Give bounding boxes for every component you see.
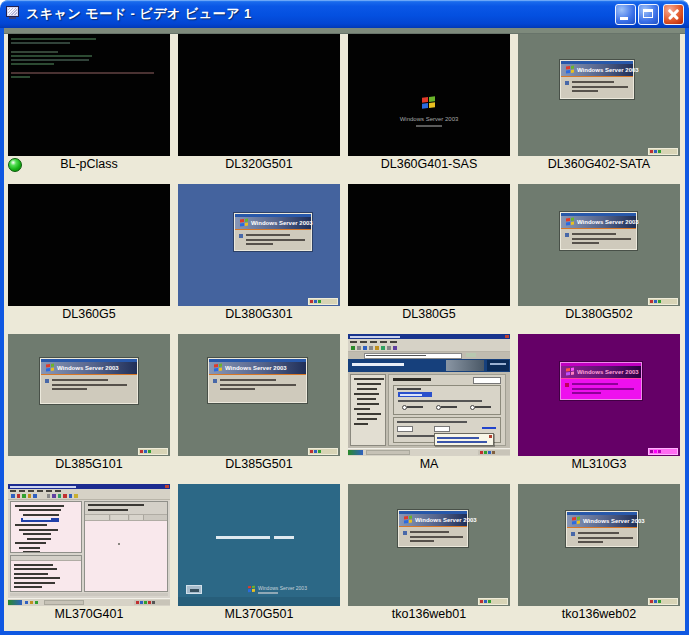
- thumbnail-cell: Windows Server 2003ML310G3: [518, 334, 680, 474]
- taskbar-tray: [138, 448, 168, 455]
- taskbar-tray: [478, 450, 510, 455]
- tooltip-popup: [434, 433, 494, 446]
- dialog-text-bar: [246, 234, 290, 236]
- thumbnail-tko136web02[interactable]: Windows Server 2003: [518, 484, 680, 606]
- tray-icon: [654, 150, 657, 153]
- flag-pane: [422, 103, 428, 109]
- thumbnail-ML370G401[interactable]: [8, 484, 170, 606]
- toolbar-icon: [22, 494, 26, 498]
- quick-launch-icon: [25, 601, 28, 604]
- list-item-bar: [14, 577, 60, 579]
- thumbnail-DL320G501[interactable]: [178, 34, 340, 156]
- taskbar-tray: [648, 598, 678, 605]
- dialog-text-bar: [52, 388, 87, 390]
- form-input-text-bar: [400, 394, 422, 396]
- minimize-button[interactable]: [615, 4, 636, 25]
- taskbar-tray: [308, 298, 338, 305]
- video-viewer-window: スキャン モード - ビデオ ビューア 1 BL-pClassDL320G501…: [0, 0, 689, 635]
- dialog-os-text: Windows Server 2003: [577, 369, 639, 376]
- thumbnail-tko136web01[interactable]: Windows Server 2003: [348, 484, 510, 606]
- thumbnail-label: DL380G5: [348, 306, 510, 324]
- thumbnail-DL360G5[interactable]: [8, 184, 170, 306]
- thumbnail-DL385G501[interactable]: Windows Server 2003: [178, 334, 340, 456]
- list-item-bar: [14, 582, 55, 584]
- dialog-text-bar: [572, 90, 598, 92]
- page-header-right-text: [490, 363, 506, 365]
- thumbnail-BL-pClass[interactable]: [8, 34, 170, 156]
- dialog-banner: Windows Server 2003: [209, 362, 306, 375]
- shutdown-message-bar: [216, 536, 270, 539]
- taskbar-tray: [308, 448, 338, 455]
- menu-item-bar: [10, 490, 16, 492]
- thumbnail-MA[interactable]: [348, 334, 510, 456]
- thumbnail-grid: BL-pClassDL320G501Windows Server 2003DL3…: [4, 34, 685, 624]
- boot-os-text: Windows Server 2003: [348, 116, 510, 122]
- thumbnail-label: DL385G501: [178, 456, 340, 474]
- thumbnail-cell: DL380G5: [348, 184, 510, 324]
- thumbnail-ML310G3[interactable]: Windows Server 2003: [518, 334, 680, 456]
- thumbnail-cell: Windows Server 2003DL380G301: [178, 184, 340, 324]
- dialog-message-icon: [565, 383, 569, 387]
- taskbar: [8, 598, 170, 606]
- flag-pane: [404, 520, 408, 523]
- list-item-bar: [14, 586, 42, 588]
- thumbnail-ML370G501[interactable]: Windows Server 2003: [178, 484, 340, 606]
- thumbnail-row: Windows Server 2003DL385G101Windows Serv…: [8, 334, 685, 474]
- flag-pane: [422, 97, 428, 103]
- list-panel-header: [11, 556, 81, 561]
- radio-label-bar: [441, 406, 457, 408]
- tree-item-bar: [27, 538, 51, 540]
- toolbar-icon: [363, 346, 367, 350]
- flag-pane: [214, 364, 218, 367]
- dialog-os-text: Windows Server 2003: [225, 365, 287, 372]
- tooltip-text-bar: [437, 441, 487, 443]
- app-close-icon: [165, 485, 169, 488]
- thumbnail-DL380G5[interactable]: [348, 184, 510, 306]
- thumbnail-DL385G101[interactable]: Windows Server 2003: [8, 334, 170, 456]
- close-button[interactable]: [663, 4, 684, 25]
- dialog-text-bar: [410, 536, 463, 538]
- tree-item-bar: [19, 529, 58, 531]
- dialog-text-bar: [572, 392, 601, 394]
- banner-orange-line: [561, 378, 641, 379]
- dialog-os-text: Windows Server 2003: [251, 220, 313, 227]
- dialog-text-bar: [410, 540, 434, 542]
- thumbnail-DL380G502[interactable]: Windows Server 2003: [518, 184, 680, 306]
- toolbar-icon: [69, 494, 73, 498]
- thumbnail-row: ML370G401Windows Server 2003ML370G501Win…: [8, 484, 685, 624]
- windows-flag-icon: [572, 517, 580, 525]
- window-icon[interactable]: [5, 6, 22, 22]
- thumbnail-DL360G402-SATA[interactable]: Windows Server 2003: [518, 34, 680, 156]
- thumbnail-cell: Windows Server 2003DL360G402-SATA: [518, 34, 680, 174]
- tray-icon: [480, 600, 483, 603]
- flag-pane: [409, 516, 413, 519]
- dialog-message-icon: [45, 379, 49, 383]
- taskbar-tray: [648, 448, 678, 455]
- login-dialog: Windows Server 2003: [560, 212, 637, 250]
- flag-pane: [571, 371, 575, 374]
- thumbnail-cell: Windows Server 2003DL380G502: [518, 184, 680, 324]
- maximize-button[interactable]: [638, 4, 659, 25]
- flag-pane: [46, 368, 50, 371]
- radio-label-bar: [407, 406, 423, 408]
- thumbnail-DL360G401-SAS[interactable]: Windows Server 2003: [348, 34, 510, 156]
- thumbnail-cell: DL360G5: [8, 184, 170, 324]
- horizontal-scrollbar[interactable]: [10, 593, 168, 596]
- menu-item-bar: [360, 341, 367, 343]
- flag-pane: [245, 222, 249, 225]
- toolbar-icon: [369, 346, 373, 350]
- flag-pane: [571, 69, 575, 72]
- detail-header-bar: [88, 504, 144, 506]
- tooltip-text-bar: [437, 437, 479, 439]
- thumbnail-label: DL385G101: [8, 456, 170, 474]
- banner-orange-line: [235, 229, 311, 230]
- thumbnail-label: DL360G5: [8, 306, 170, 324]
- content-dropdown: [473, 377, 501, 384]
- menu-item-bar: [370, 341, 377, 343]
- titlebar[interactable]: スキャン モード - ビデオ ビューア 1: [0, 0, 689, 28]
- dialog-message-icon: [239, 234, 243, 238]
- thumbnail-DL380G301[interactable]: Windows Server 2003: [178, 184, 340, 306]
- tree-item-selected-text: [23, 518, 51, 520]
- windows-flag-icon: [248, 586, 255, 593]
- dialog-text-bar: [410, 531, 449, 533]
